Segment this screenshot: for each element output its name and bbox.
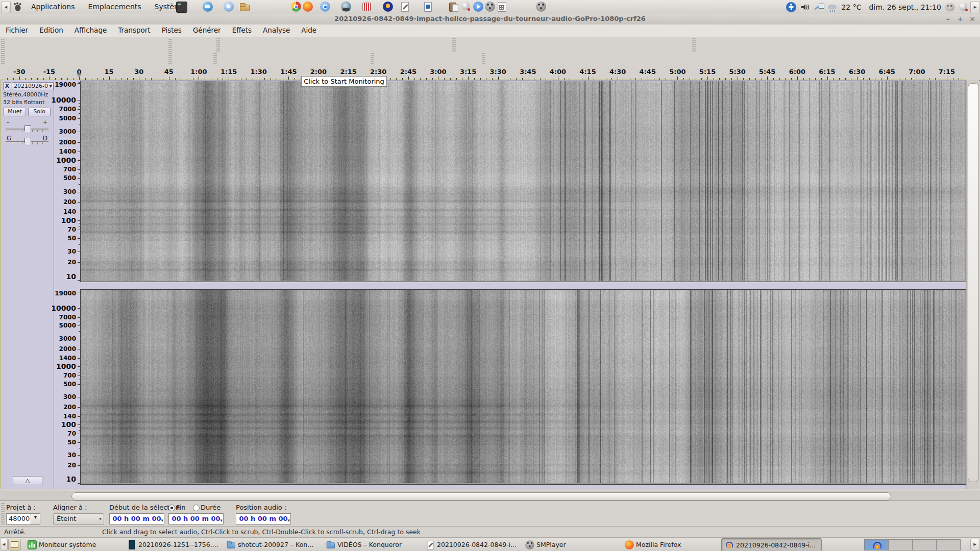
- calculator-launcher-icon[interactable]: [497, 2, 507, 12]
- menu-aide[interactable]: Aide: [296, 24, 322, 36]
- chromium-launcher-icon[interactable]: [320, 2, 330, 12]
- audio-position-field[interactable]: 00 h 00 m 00 s▾: [236, 513, 291, 524]
- panel-menu-applications[interactable]: Applications: [24, 0, 82, 13]
- accessibility-icon[interactable]: [786, 2, 796, 12]
- frequency-ruler-channel-2[interactable]: 1900010000700050003000200014001000700500…: [54, 290, 80, 483]
- toolbar-grip[interactable]: [482, 53, 485, 65]
- toolbar-grip[interactable]: [168, 39, 172, 64]
- workspace-3[interactable]: [912, 539, 937, 550]
- gimp-icon[interactable]: [945, 2, 955, 12]
- selection-duration-radio[interactable]: [193, 505, 200, 511]
- toolbar-grip[interactable]: [371, 53, 374, 65]
- panel-collapse-right-button[interactable]: ▸: [970, 1, 980, 13]
- gain-slider[interactable]: [6, 125, 48, 133]
- menubar: FichierEditionAffichageTransportPistesGé…: [0, 24, 980, 37]
- window-titlebar[interactable]: 20210926-0842-0849-impact-helico-passage…: [0, 14, 980, 25]
- frequency-ruler-channel-1[interactable]: 1900010000700050003000200014001000700500…: [54, 81, 80, 281]
- horizontal-scrollbar[interactable]: [0, 491, 980, 501]
- vertical-scrollbar-thumb[interactable]: [968, 83, 979, 482]
- task-button-2[interactable]: 20210926-1251--1756....: [124, 538, 224, 550]
- terminal-launcher-icon[interactable]: [176, 2, 186, 12]
- selection-start-field[interactable]: 00 h 00 m 00 s▾: [109, 513, 164, 524]
- menu-analyse[interactable]: Analyse: [257, 24, 296, 36]
- media-player-launcher-icon[interactable]: [473, 2, 483, 12]
- gain-thumb[interactable]: [24, 126, 31, 134]
- selection-end-field[interactable]: 00 h 00 m 00 s▾: [168, 513, 224, 524]
- taskbar-expand-button[interactable]: ▸: [970, 539, 979, 550]
- tablet-icon[interactable]: [814, 2, 824, 12]
- toolbar-grip[interactable]: [692, 38, 696, 52]
- libreoffice-launcher-icon[interactable]: [423, 2, 433, 12]
- konqueror-launcher-icon[interactable]: [224, 2, 234, 12]
- playhead-pin[interactable]: [77, 73, 82, 78]
- task-button-8[interactable]: 20210926-0842-0849-i...: [721, 538, 822, 551]
- screenshot-lens-icon[interactable]: [959, 2, 969, 12]
- toolbar-grip[interactable]: [1, 39, 5, 64]
- clipboard-launcher-icon[interactable]: [448, 2, 458, 12]
- track-name-menu[interactable]: 20210926-0 ▾: [12, 82, 54, 90]
- pan-slider[interactable]: [6, 137, 48, 145]
- menu-affichage[interactable]: Affichage: [69, 24, 112, 36]
- show-desktop-button[interactable]: [8, 539, 21, 550]
- horizontal-scrollbar-thumb[interactable]: [71, 492, 891, 500]
- timeline-label: 2:45: [400, 68, 416, 76]
- workspace-4[interactable]: [936, 539, 961, 550]
- gnome-foot-icon[interactable]: [13, 2, 23, 14]
- timeline-ruler[interactable]: -30-1501530451:001:151:301:452:002:152:3…: [0, 66, 980, 81]
- clock-label[interactable]: dim. 26 sept., 21:10: [865, 3, 941, 11]
- snap-select[interactable]: Éteint▾: [53, 513, 104, 525]
- text-editor-launcher-icon[interactable]: [400, 2, 410, 12]
- task-button-7[interactable]: Mozilla Firefox: [622, 538, 721, 550]
- audacity-launcher-icon[interactable]: [383, 2, 393, 12]
- task-button-3[interactable]: shotcut-200927 – Kon...: [224, 538, 323, 550]
- task-button-5[interactable]: 20210926-0842-0849-i...: [423, 538, 522, 550]
- workspace-2[interactable]: [888, 539, 913, 550]
- task-button-1[interactable]: Moniteur système: [24, 538, 124, 550]
- menu-pistes[interactable]: Pistes: [156, 24, 187, 36]
- toolbar-grip[interactable]: [216, 38, 220, 52]
- task-button-4[interactable]: VIDÉOS – Konqueror: [323, 538, 423, 550]
- firefox-launcher-icon[interactable]: [303, 2, 313, 12]
- temperature-label[interactable]: 22 °C: [841, 3, 861, 11]
- thunderbird-launcher-icon[interactable]: [203, 2, 213, 12]
- toolbar-grip[interactable]: [452, 38, 456, 52]
- chrome-launcher-icon[interactable]: [291, 2, 301, 12]
- spectrogram-channel-2[interactable]: [81, 290, 965, 483]
- mute-button[interactable]: Muet: [4, 108, 26, 116]
- file-manager-launcher-icon[interactable]: [239, 2, 250, 12]
- menu-générer[interactable]: Générer: [187, 24, 227, 36]
- menu-transport[interactable]: Transport: [112, 24, 156, 36]
- toolbar-grip[interactable]: [1, 503, 5, 524]
- workspace-1[interactable]: [864, 539, 889, 550]
- menu-effets[interactable]: Effets: [227, 24, 257, 36]
- video-player-launcher-icon[interactable]: [536, 2, 546, 12]
- task-label: SMPlayer: [536, 541, 566, 548]
- google-earth-launcher-icon[interactable]: [341, 2, 351, 12]
- maximize-button[interactable]: +: [954, 14, 966, 23]
- minimize-button[interactable]: –: [942, 14, 953, 23]
- timeline-tick: [19, 77, 20, 80]
- project-rate-dropdown[interactable]: ▾: [31, 513, 40, 525]
- solo-button[interactable]: Solo: [28, 108, 51, 116]
- pan-thumb[interactable]: [24, 138, 31, 146]
- project-rate-value[interactable]: 48000: [6, 513, 33, 524]
- close-button[interactable]: ×: [967, 14, 978, 23]
- weather-icon[interactable]: [827, 2, 838, 12]
- menu-edition[interactable]: Edition: [34, 24, 69, 36]
- taskbar-collapse-button[interactable]: ◂: [0, 539, 8, 550]
- panel-menu-emplacements[interactable]: Emplacements: [82, 0, 148, 13]
- smplayer-launcher-icon[interactable]: [485, 2, 495, 12]
- monitoring-tooltip[interactable]: Click to Start Monitoring: [301, 76, 387, 87]
- task-button-6[interactable]: SMPlayer: [522, 538, 622, 550]
- volume-icon[interactable]: [800, 2, 810, 12]
- menu-fichier[interactable]: Fichier: [0, 24, 34, 36]
- vertical-scrollbar[interactable]: [966, 80, 979, 489]
- screenshot-lens-launcher-icon[interactable]: [461, 2, 471, 12]
- spectrogram-channel-1[interactable]: [81, 81, 965, 281]
- track-collapse-button[interactable]: △: [13, 476, 42, 485]
- toolbar-grip[interactable]: [213, 53, 217, 65]
- selection-end-radio[interactable]: [168, 505, 175, 511]
- video-editor-launcher-icon[interactable]: [361, 2, 372, 12]
- track-close-button[interactable]: X: [3, 82, 11, 90]
- panel-collapse-left-button[interactable]: ◂: [1, 1, 11, 13]
